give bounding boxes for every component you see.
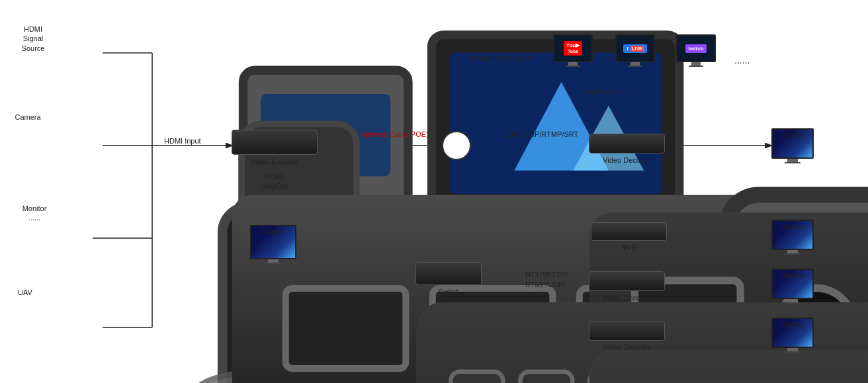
facebook-platform: f LIVE [615, 34, 655, 67]
display-nvr-container: Display [771, 220, 814, 255]
display-nvr-label: Display [781, 222, 804, 231]
svg-rect-87 [451, 372, 503, 383]
video-decoder-top-box [589, 134, 665, 153]
display-bot-label: Display [781, 319, 804, 329]
hdmi-source-label: HDMI Signal Source [22, 24, 45, 53]
video-decoder-bot-label: Video Decoder [589, 343, 665, 352]
network-cable-label: Network Cable(POE) [361, 130, 429, 139]
youtube-platform: You▶ Tube [553, 34, 593, 67]
svg-rect-57 [286, 288, 406, 368]
video-decoder-top-container: Video Decoder [589, 134, 665, 153]
decoder-bot-svg [589, 321, 868, 383]
uav-label: UAV [18, 288, 32, 297]
twitch-screen: twitch [676, 34, 716, 62]
monitor-label: Monitor...... [22, 204, 47, 223]
nvr-box [591, 222, 667, 241]
loopout-label: HDMILoopOut [260, 172, 288, 191]
http-label: HTTP/RTSP/RTMP/UDP/SRT... [525, 270, 568, 300]
switch-container: Switch [415, 262, 482, 285]
video-decoder-top-label: Video Decoder [589, 155, 665, 165]
video-decoder-mid-container: Video Decoder ...... [589, 271, 665, 291]
facebook-screen: f LIVE [615, 34, 655, 62]
display-mid-container: Display [771, 269, 814, 304]
live-platform-label: Live Platform [582, 87, 625, 97]
video-decoder-mid-box [589, 271, 665, 291]
loopout-display-container: Display [250, 225, 296, 264]
switch-label: Switch [415, 287, 482, 296]
video-decoder-bot-box [589, 321, 665, 341]
video-encoder-box [232, 130, 318, 155]
camera-label: Camera [15, 112, 40, 122]
poe-connector-icon [442, 131, 471, 160]
youtube-screen: You▶ Tube [553, 34, 593, 62]
display-bot-container: Display [771, 318, 814, 353]
encoder-label: Video Encoder [232, 157, 318, 167]
nvr-label: NVR [591, 243, 667, 252]
nvr-container: NVR [591, 222, 667, 241]
video-decoder-bot-container: Video Decoder [589, 321, 665, 341]
encoder-container: Video Encoder [232, 130, 318, 155]
display-top-container: Display [771, 128, 814, 163]
network-diagram: HDMI Signal Source Camera [0, 0, 868, 383]
display-top-label: Display [781, 130, 804, 140]
platform-ellipsis: ...... [734, 54, 750, 66]
hdmi-input-label: HDMI Input [164, 136, 201, 146]
loopout-display-label: Display [261, 227, 285, 236]
udp-label: UDP/RTSP/RTMP/SRT [503, 130, 578, 139]
switch-box [415, 262, 482, 285]
display-mid-label: Display [781, 271, 804, 280]
decoder-mid-dots: ...... [589, 291, 665, 300]
rtmp-label: RTMP/RTMPS/SRT [470, 54, 534, 64]
poe-icon-container [442, 131, 471, 160]
svg-rect-88 [520, 372, 572, 383]
twitch-platform: twitch [676, 34, 716, 67]
